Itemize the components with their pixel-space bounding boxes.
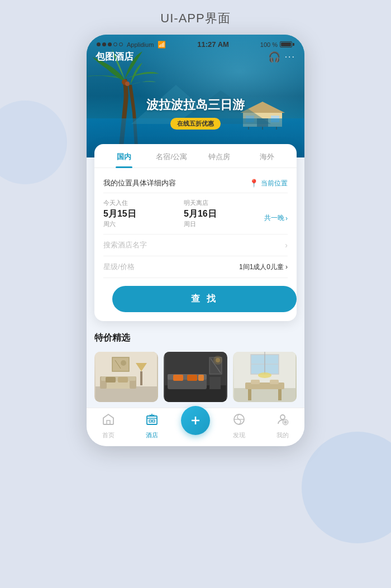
filter-row[interactable]: 星级/价格 1间1成人0儿童 ›: [103, 256, 288, 278]
svg-rect-44: [278, 389, 282, 400]
svg-point-1: [125, 82, 130, 86]
filter-value-text: 1间1成人0儿童: [239, 262, 284, 272]
signal-dot-5: [119, 42, 123, 46]
tab-domestic[interactable]: 国内: [100, 144, 148, 168]
offer-card-1[interactable]: [94, 352, 158, 402]
svg-rect-45: [251, 380, 260, 384]
offer-card-3[interactable]: [233, 352, 297, 402]
filter-value[interactable]: 1间1成人0儿童 ›: [239, 262, 288, 272]
header-right: 🎧 ···: [268, 51, 295, 63]
search-button[interactable]: 查 找: [112, 286, 297, 312]
nav-discover[interactable]: 发现: [217, 413, 261, 439]
room-illustration-1: [94, 352, 158, 402]
svg-rect-29: [173, 375, 183, 381]
nav-plus[interactable]: [174, 417, 217, 435]
svg-point-24: [121, 360, 126, 366]
location-row[interactable]: 我的位置具体详细内容 📍 当前位置: [103, 174, 288, 193]
tab-hourly[interactable]: 钟点房: [196, 144, 244, 168]
nav-discover-label: 发现: [233, 431, 245, 439]
carrier-label: Applidium: [127, 41, 154, 48]
hero-banner: 包图酒店 🎧 ··· Applidium 📶 11:27 AM 100 %: [87, 35, 304, 157]
room-illustration-3: [233, 352, 297, 402]
checkout-label: 明天离店: [184, 199, 264, 207]
app-header: 包图酒店 🎧 ···: [87, 50, 304, 63]
svg-rect-34: [209, 377, 221, 389]
profile-icon: [276, 413, 289, 429]
svg-rect-20: [140, 371, 142, 385]
offers-grid: [94, 352, 297, 402]
search-card: 国内 名宿/公寓 钟点房 海外 我的位置具体详细内容 📍 当前位置: [94, 144, 297, 321]
svg-point-48: [258, 372, 271, 378]
current-location-label: 当前位置: [261, 179, 288, 188]
more-icon[interactable]: ···: [285, 52, 295, 62]
room-illustration-2: [164, 352, 227, 402]
nav-home[interactable]: 首页: [87, 413, 130, 439]
bottom-nav: 首页 酒店: [87, 408, 304, 446]
svg-point-36: [216, 358, 220, 362]
checkout-date: 5月16日: [184, 208, 264, 220]
category-tabs: 国内 名宿/公寓 钟点房 海外: [94, 144, 297, 168]
signal-dot-4: [113, 42, 117, 46]
location-input[interactable]: 我的位置具体详细内容: [103, 178, 176, 188]
svg-rect-43: [248, 389, 251, 400]
signal-dot-2: [102, 42, 106, 46]
pin-icon: 📍: [249, 179, 259, 188]
hero-title: 波拉波拉岛三日游: [87, 97, 304, 113]
current-location-button[interactable]: 📍 当前位置: [249, 179, 288, 188]
status-right: 100 %: [260, 41, 294, 48]
nav-hotel-label: 酒店: [146, 431, 158, 439]
hotel-name-input[interactable]: 搜索酒店名字: [103, 240, 147, 250]
hotel-icon: [145, 413, 159, 429]
headphone-icon[interactable]: 🎧: [268, 51, 280, 63]
checkin-day: 周六: [103, 220, 184, 228]
svg-rect-31: [198, 375, 204, 381]
plus-button[interactable]: [181, 406, 210, 435]
offer-image-3: [233, 352, 297, 402]
nav-home-label: 首页: [102, 431, 115, 439]
checkout-block[interactable]: 明天离店 5月16日 周日: [184, 199, 264, 228]
svg-rect-49: [107, 420, 110, 424]
svg-rect-50: [147, 416, 157, 424]
signal-dot-3: [108, 42, 112, 46]
battery-icon: [280, 41, 294, 47]
tab-overseas[interactable]: 海外: [244, 144, 292, 168]
offer-card-2[interactable]: [164, 352, 227, 402]
app-logo: 包图酒店: [96, 50, 133, 63]
tab-homestay[interactable]: 名宿/公寓: [148, 144, 196, 168]
svg-rect-52: [149, 420, 151, 422]
checkin-block[interactable]: 今天入住 5月15日 周六: [103, 199, 184, 228]
status-left: Applidium 📶: [97, 41, 166, 49]
svg-rect-22: [112, 357, 129, 371]
svg-rect-30: [187, 375, 197, 381]
home-icon: [102, 413, 115, 429]
special-offers-section: 特价精选: [87, 321, 304, 408]
arrow-right-icon: ›: [285, 241, 288, 250]
phone-frame: 包图酒店 🎧 ··· Applidium 📶 11:27 AM 100 %: [87, 35, 304, 446]
signal-dot-1: [97, 42, 101, 46]
nights-label: 共一晚: [264, 213, 284, 223]
nav-profile-label: 我的: [276, 431, 289, 439]
nav-profile[interactable]: 我的: [261, 413, 304, 439]
status-bar: Applidium 📶 11:27 AM 100 %: [87, 35, 304, 51]
wifi-icon: 📶: [158, 41, 166, 49]
date-row[interactable]: 今天入住 5月15日 周六 明天离店 5月16日 周日 共一晚 ›: [103, 193, 288, 235]
filter-arrow-icon: ›: [285, 263, 288, 271]
battery-percent: 100 %: [260, 41, 278, 48]
page-title: UI-APP界面: [0, 0, 391, 35]
section-title: 特价精选: [94, 332, 297, 344]
filter-label: 星级/价格: [103, 262, 135, 272]
svg-point-61: [280, 415, 285, 419]
svg-rect-18: [106, 377, 116, 383]
checkout-day: 周日: [184, 220, 264, 228]
nav-hotel[interactable]: 酒店: [130, 413, 174, 439]
nights-info: 共一晚 ›: [264, 199, 288, 228]
hotel-name-row[interactable]: 搜索酒店名字 ›: [103, 235, 288, 256]
checkin-label: 今天入住: [103, 199, 184, 207]
nights-arrow: ›: [285, 214, 288, 222]
hero-content: 波拉波拉岛三日游 在线五折优惠: [87, 97, 304, 130]
svg-rect-38: [234, 388, 295, 402]
hero-badge: 在线五折优惠: [170, 118, 221, 130]
offer-image-2: [164, 352, 227, 402]
discover-icon: [232, 413, 246, 429]
checkin-date: 5月15日: [103, 208, 184, 220]
